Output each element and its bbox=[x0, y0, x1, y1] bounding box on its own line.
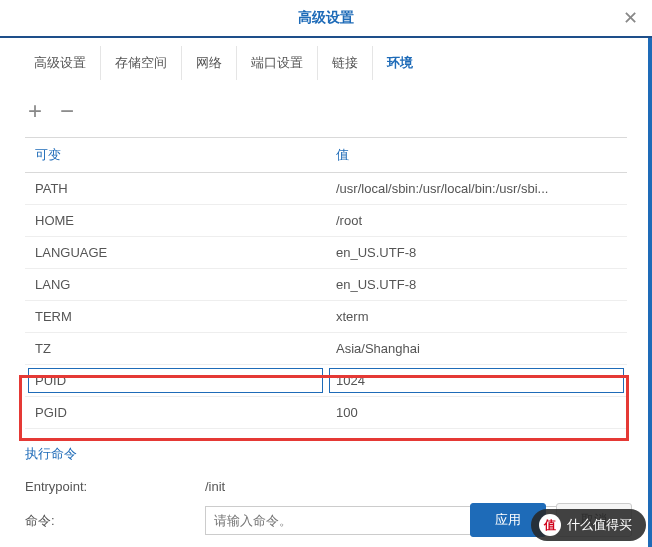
entrypoint-label: Entrypoint: bbox=[25, 479, 205, 494]
tab-network[interactable]: 网络 bbox=[182, 46, 237, 80]
cell-var: LANG bbox=[25, 269, 326, 301]
cell-val: /root bbox=[326, 205, 627, 237]
cell-val: xterm bbox=[326, 301, 627, 333]
command-label: 命令: bbox=[25, 512, 205, 530]
cell-var: PGID bbox=[25, 397, 326, 429]
toolbar: + − bbox=[25, 91, 627, 137]
exec-section-title: 执行命令 bbox=[25, 429, 627, 473]
tab-links[interactable]: 链接 bbox=[318, 46, 373, 80]
table-row[interactable] bbox=[25, 365, 627, 397]
cell-var: PATH bbox=[25, 173, 326, 205]
tab-advanced[interactable]: 高级设置 bbox=[20, 46, 101, 80]
col-value[interactable]: 值 bbox=[326, 138, 627, 173]
table-row[interactable]: TERM xterm bbox=[25, 301, 627, 333]
tab-environment[interactable]: 环境 bbox=[373, 46, 427, 80]
dialog-title: 高级设置 bbox=[298, 9, 354, 27]
cell-var: TZ bbox=[25, 333, 326, 365]
env-table: 可变 值 PATH /usr/local/sbin:/usr/local/bin… bbox=[25, 137, 627, 429]
table-row[interactable]: LANGUAGE en_US.UTF-8 bbox=[25, 237, 627, 269]
titlebar: 高级设置 ✕ bbox=[0, 0, 652, 38]
watermark-text: 什么值得买 bbox=[567, 516, 632, 534]
table-row[interactable]: TZ Asia/Shanghai bbox=[25, 333, 627, 365]
entrypoint-value: /init bbox=[205, 479, 225, 494]
tabs: 高级设置 存储空间 网络 端口设置 链接 环境 bbox=[0, 38, 652, 81]
tab-ports[interactable]: 端口设置 bbox=[237, 46, 318, 80]
cell-var: LANGUAGE bbox=[25, 237, 326, 269]
table-row[interactable]: LANG en_US.UTF-8 bbox=[25, 269, 627, 301]
watermark: 值 什么值得买 bbox=[531, 509, 646, 541]
cell-val: 100 bbox=[326, 397, 627, 429]
var-input[interactable] bbox=[28, 368, 323, 393]
close-icon[interactable]: ✕ bbox=[620, 8, 640, 28]
cell-val: /usr/local/sbin:/usr/local/bin:/usr/sbi.… bbox=[326, 173, 627, 205]
cell-var: HOME bbox=[25, 205, 326, 237]
remove-icon[interactable]: − bbox=[57, 99, 77, 123]
table-row[interactable]: HOME /root bbox=[25, 205, 627, 237]
table-row[interactable]: PGID 100 bbox=[25, 397, 627, 429]
cell-val: en_US.UTF-8 bbox=[326, 237, 627, 269]
add-icon[interactable]: + bbox=[25, 99, 45, 123]
cell-val: en_US.UTF-8 bbox=[326, 269, 627, 301]
tab-volume[interactable]: 存储空间 bbox=[101, 46, 182, 80]
watermark-badge: 值 bbox=[539, 514, 561, 536]
cell-val: Asia/Shanghai bbox=[326, 333, 627, 365]
table-row[interactable]: PATH /usr/local/sbin:/usr/local/bin:/usr… bbox=[25, 173, 627, 205]
right-edge-decoration bbox=[648, 38, 652, 547]
cell-var: TERM bbox=[25, 301, 326, 333]
col-variable[interactable]: 可变 bbox=[25, 138, 326, 173]
val-input[interactable] bbox=[329, 368, 624, 393]
